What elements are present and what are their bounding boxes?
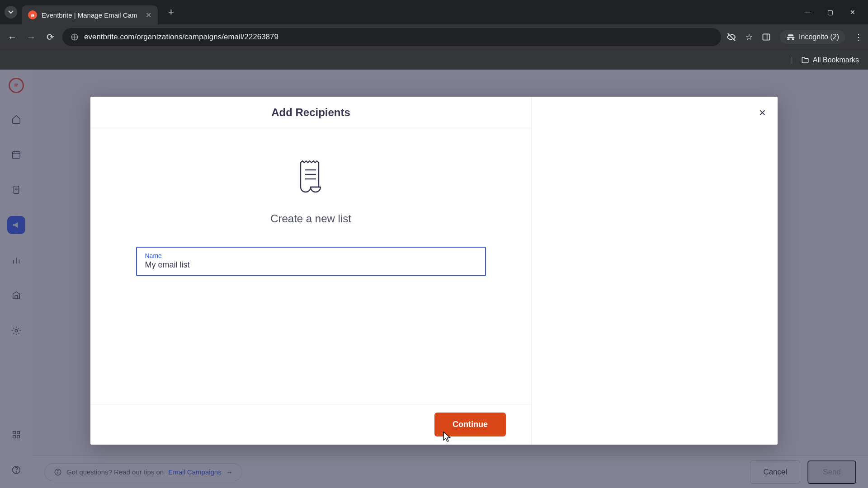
close-window-button[interactable]: ✕ <box>848 9 857 16</box>
all-bookmarks-link[interactable]: All Bookmarks <box>813 56 859 64</box>
window-controls: ― ▢ ✕ <box>803 9 863 16</box>
new-tab-button[interactable]: + <box>163 4 179 20</box>
page-content: Got questions? Read our tips on Email Ca… <box>0 70 868 488</box>
minimize-button[interactable]: ― <box>803 9 812 16</box>
bookmarks-folder-icon <box>801 56 809 64</box>
modal-subheading: Create a new list <box>270 212 351 225</box>
side-panel-icon[interactable] <box>762 33 771 42</box>
modal-header: Add Recipients <box>90 97 531 128</box>
browser-menu-icon[interactable]: ⋮ <box>854 32 863 42</box>
modal-footer: Continue <box>90 404 531 445</box>
bookmark-star-icon[interactable]: ☆ <box>745 32 753 42</box>
list-scroll-icon <box>295 160 327 197</box>
forward-button[interactable]: → <box>24 32 38 42</box>
incognito-badge[interactable]: Incognito (2) <box>780 30 845 44</box>
tab-close-icon[interactable]: ✕ <box>146 11 151 19</box>
modal-title: Add Recipients <box>271 106 350 119</box>
name-input[interactable] <box>145 260 477 270</box>
bookmarks-bar: | All Bookmarks <box>0 50 868 70</box>
tab-title: Eventbrite | Manage Email Cam <box>42 11 137 19</box>
browser-tab-strip: e Eventbrite | Manage Email Cam ✕ + ― ▢ … <box>0 0 868 24</box>
modal-body: Create a new list Name <box>90 128 531 404</box>
maximize-button[interactable]: ▢ <box>826 9 835 16</box>
address-bar[interactable]: eventbrite.com/organizations/campaigns/e… <box>62 28 721 46</box>
modal-close-button[interactable]: × <box>759 106 766 120</box>
browser-tab[interactable]: e Eventbrite | Manage Email Cam ✕ <box>22 5 158 24</box>
site-info-icon[interactable] <box>71 33 79 41</box>
add-recipients-modal: Add Recipients Create a new list <box>90 97 778 445</box>
modal-side-panel <box>532 97 778 445</box>
eye-off-icon[interactable] <box>726 32 736 42</box>
name-input-wrapper[interactable]: Name <box>136 247 486 276</box>
reload-button[interactable]: ⟳ <box>43 32 57 42</box>
name-input-label: Name <box>145 252 477 259</box>
continue-button[interactable]: Continue <box>434 413 506 436</box>
tab-favicon: e <box>28 10 37 19</box>
svg-rect-3 <box>763 34 770 40</box>
tab-search-button[interactable] <box>5 6 17 19</box>
incognito-label: Incognito (2) <box>799 33 839 41</box>
back-button[interactable]: ← <box>5 32 19 42</box>
browser-toolbar: ← → ⟳ eventbrite.com/organizations/campa… <box>0 24 868 50</box>
url-text: eventbrite.com/organizations/campaigns/e… <box>84 33 278 42</box>
